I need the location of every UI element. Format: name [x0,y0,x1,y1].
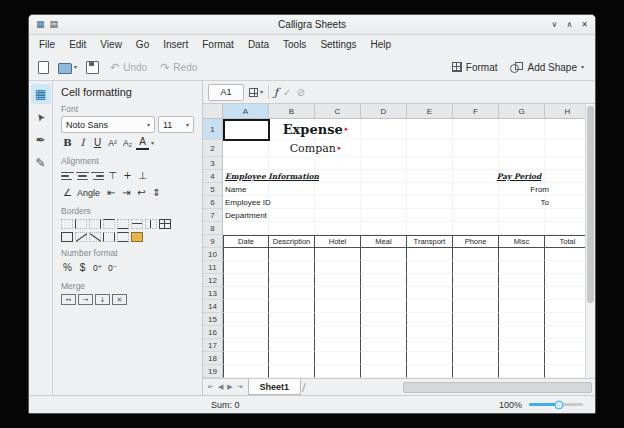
row-header-8[interactable]: 8 [203,222,223,235]
cell-D13[interactable] [361,287,407,300]
row-header-16[interactable]: 16 [203,326,223,339]
cell-C4[interactable] [315,170,361,183]
font-family-select[interactable]: Noto Sans▾ [61,116,155,133]
cell-E11[interactable] [407,261,453,274]
cell-G16[interactable] [499,326,545,339]
cell-G11[interactable] [499,261,545,274]
cell-H17[interactable] [545,339,585,352]
cell-B10[interactable] [269,248,315,261]
row-header-14[interactable]: 14 [203,300,223,313]
add-shape-button[interactable]: Add Shape▾ [505,60,589,75]
cell-G1[interactable] [499,119,545,140]
cell-F3[interactable] [453,157,499,170]
cell-D18[interactable] [361,352,407,365]
row-header-11[interactable]: 11 [203,261,223,274]
cell-F10[interactable] [453,248,499,261]
sheet-tab-sheet1[interactable]: Sheet1 [248,379,302,395]
row-header-1[interactable]: 1 [203,119,223,140]
merge-horizontal-button[interactable]: → [78,294,93,305]
border-diagonal-up-button[interactable] [89,232,101,242]
border-diagonal-down-button[interactable] [75,232,87,242]
cell-G12[interactable] [499,274,545,287]
underline-button[interactable]: U [91,136,104,150]
cell-E8[interactable] [407,222,453,235]
superscript-button[interactable]: A² [106,136,119,150]
row-header-7[interactable]: 7 [203,209,223,222]
cell-A2[interactable] [223,140,269,157]
border-inner-vertical-button[interactable] [145,219,157,229]
cell-tool-button[interactable]: ▦ [31,84,51,104]
vertical-text-button[interactable]: ⇕ [150,186,163,200]
cell-C7[interactable] [315,209,361,222]
cell-B6[interactable] [269,196,315,209]
border-inner-horizontal-button[interactable] [131,219,143,229]
cell-C15[interactable] [315,313,361,326]
decrease-precision-button[interactable]: 0⁻ [106,261,119,275]
cell-B12[interactable] [269,274,315,287]
cell-employee-information[interactable]: Employee Information [225,170,319,183]
cell-H3[interactable] [545,157,585,170]
calligraphy-tool-button[interactable]: ✒ [31,130,51,150]
cell-H1[interactable] [545,119,585,140]
bold-button[interactable]: B [61,136,74,150]
cell-C9[interactable]: Hotel [315,235,361,248]
border-left-button[interactable] [75,219,87,229]
cell-E13[interactable] [407,287,453,300]
cell-B13[interactable] [269,287,315,300]
open-document-button[interactable]: ▾ [55,59,80,76]
cancel-formula-icon[interactable]: ⊘ [296,87,304,98]
cell-F7[interactable] [453,209,499,222]
cell-E5[interactable] [407,183,453,196]
cell-B5[interactable] [269,183,315,196]
cell-to-label[interactable]: To [493,196,549,209]
cell-H15[interactable] [545,313,585,326]
vertical-scrollbar-thumb[interactable] [587,106,594,303]
cell-H10[interactable] [545,248,585,261]
cell-H4[interactable] [545,170,585,183]
cell-E10[interactable] [407,248,453,261]
cell-B15[interactable] [269,313,315,326]
cell-H6[interactable] [545,196,585,209]
cell-D19[interactable] [361,365,407,378]
cell-B3[interactable] [269,157,315,170]
cell-C5[interactable] [315,183,361,196]
previous-sheet-button[interactable]: ◀ [216,384,225,391]
cell-D9[interactable]: Meal [361,235,407,248]
cell-F13[interactable] [453,287,499,300]
row-header-12[interactable]: 12 [203,274,223,287]
row-header-15[interactable]: 15 [203,313,223,326]
cell-A17[interactable] [223,339,269,352]
cell-B11[interactable] [269,261,315,274]
cell-E1[interactable] [407,119,453,140]
cell-name-label[interactable]: Name [225,183,246,196]
first-sheet-button[interactable]: ⇤ [206,384,216,391]
cell-F9[interactable]: Phone [453,235,499,248]
cell-E7[interactable] [407,209,453,222]
column-header-H[interactable]: H [545,104,585,118]
cell-D4[interactable] [361,170,407,183]
function-wizard-button[interactable]: ƒ [274,86,278,99]
cell-D2[interactable] [361,140,407,157]
cell-H7[interactable] [545,209,585,222]
cell-D3[interactable] [361,157,407,170]
cell-E9[interactable]: Transport [407,235,453,248]
row-header-17[interactable]: 17 [203,339,223,352]
border-color-swatch[interactable] [131,232,143,242]
cell-F1[interactable] [453,119,499,140]
italic-button[interactable]: I [76,136,89,150]
cell-department-label[interactable]: Department [225,209,267,222]
column-header-E[interactable]: E [407,104,453,118]
cell-C18[interactable] [315,352,361,365]
border-right-button[interactable] [89,219,101,229]
indent-increase-button[interactable]: ⇥ [120,186,133,200]
cell-H5[interactable] [545,183,585,196]
select-all-corner[interactable] [203,104,223,118]
border-outline-button[interactable] [61,232,73,242]
zoom-slider-handle[interactable] [554,400,563,409]
cell-H2[interactable] [545,140,585,157]
border-top-button[interactable] [103,219,115,229]
cell-from-label[interactable]: From [493,183,549,196]
align-right-button[interactable] [91,169,104,183]
cell-D1[interactable] [361,119,407,140]
cell-F2[interactable] [453,140,499,157]
